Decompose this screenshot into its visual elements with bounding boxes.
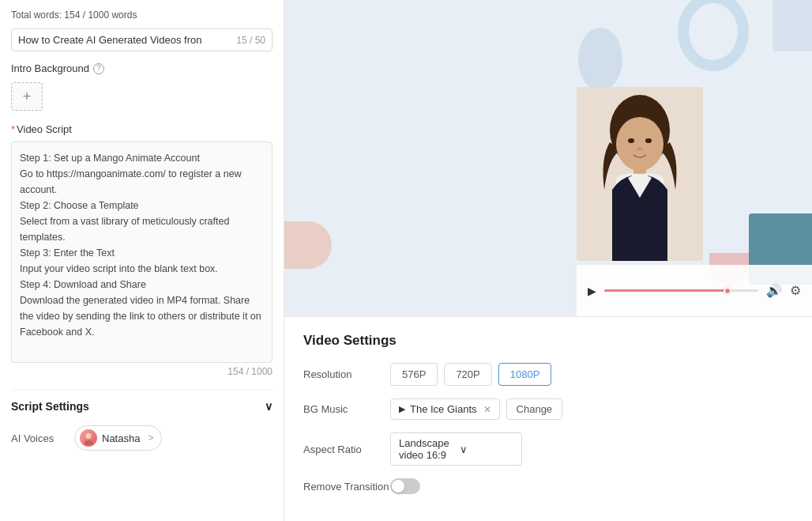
resolution-label: Resolution <box>303 368 390 380</box>
chevron-down-icon: ∨ <box>265 400 273 413</box>
aspect-ratio-label: Aspect Ratio <box>303 444 390 455</box>
video-settings-panel: Video Settings Resolution 576P 720P 1080… <box>284 316 812 521</box>
title-input[interactable] <box>18 34 231 46</box>
add-intro-bg-button[interactable]: + <box>11 82 43 111</box>
script-settings-toggle[interactable]: Script Settings ∨ <box>11 390 273 419</box>
video-settings-title: Video Settings <box>303 333 793 349</box>
voices-select[interactable]: Natasha > <box>74 425 162 451</box>
ai-voices-label: AI Voices <box>11 432 74 444</box>
change-music-button[interactable]: Change <box>506 398 563 420</box>
ai-voices-row: AI Voices Natasha > <box>11 419 273 457</box>
settings-icon[interactable]: ⚙ <box>790 283 801 298</box>
svg-point-5 <box>616 117 664 171</box>
decorative-rect-tr <box>773 0 812 51</box>
video-script-label: *Video Script <box>11 123 273 135</box>
svg-point-1 <box>85 440 93 445</box>
decorative-rect-bl <box>284 221 332 269</box>
resolution-1080p[interactable]: 1080P <box>498 363 552 386</box>
required-star: * <box>11 123 15 135</box>
resolution-576p[interactable]: 576P <box>390 363 438 386</box>
video-preview: ▶ 🔊 ⚙ <box>284 0 812 316</box>
svg-point-8 <box>637 147 642 150</box>
remove-transition-controls <box>390 478 420 494</box>
music-player: ▶ The Ice Giants ✕ <box>390 398 500 420</box>
title-counter: 15 / 50 <box>236 35 265 46</box>
decorative-circle <box>678 0 749 71</box>
progress-track[interactable] <box>604 289 758 292</box>
decorative-blob <box>573 24 628 95</box>
svg-point-7 <box>645 138 652 143</box>
dropdown-arrow-icon: ∨ <box>460 444 514 455</box>
resolution-row: Resolution 576P 720P 1080P <box>303 363 793 386</box>
presenter-image <box>577 87 703 261</box>
avatar <box>80 429 97 447</box>
bg-music-row: BG Music ▶ The Ice Giants ✕ Change <box>303 398 793 420</box>
voice-name: Natasha <box>102 432 140 444</box>
right-panel: ▶ 🔊 ⚙ Video Settings Resolution 576P 720… <box>284 0 812 521</box>
remove-transition-row: Remove Transition <box>303 478 793 494</box>
remove-transition-label: Remove Transition <box>303 481 390 493</box>
intro-background-label: Intro Background ? <box>11 62 273 74</box>
title-input-row: 15 / 50 <box>11 28 273 51</box>
chevron-right-icon: > <box>148 432 153 444</box>
toggle-knob <box>392 480 404 493</box>
music-title: The Ice Giants <box>410 403 477 415</box>
script-settings-label: Script Settings <box>11 400 89 413</box>
script-char-count: 154 / 1000 <box>11 366 273 377</box>
music-play-icon[interactable]: ▶ <box>399 404 405 414</box>
svg-point-0 <box>85 433 91 439</box>
aspect-ratio-row: Aspect Ratio Landscape video 16:9 ∨ <box>303 432 793 466</box>
music-close-icon[interactable]: ✕ <box>483 404 491 415</box>
bg-music-label: BG Music <box>303 403 390 415</box>
video-controls: ▶ 🔊 ⚙ <box>577 265 812 316</box>
info-icon[interactable]: ? <box>93 63 104 74</box>
play-button[interactable]: ▶ <box>588 285 596 297</box>
aspect-ratio-select[interactable]: Landscape video 16:9 ∨ <box>390 432 522 466</box>
volume-icon[interactable]: 🔊 <box>766 283 782 298</box>
resolution-720p[interactable]: 720P <box>444 363 491 386</box>
svg-point-6 <box>628 138 634 143</box>
video-script-textarea[interactable]: Step 1: Set up a Mango Animate Account G… <box>11 142 273 363</box>
word-count-label: Total words: 154 / 1000 words <box>11 9 273 21</box>
left-panel: Total words: 154 / 1000 words 15 / 50 In… <box>0 0 284 521</box>
progress-fill <box>604 289 727 292</box>
progress-dot <box>724 287 731 295</box>
aspect-ratio-value: Landscape video 16:9 <box>399 437 453 461</box>
aspect-ratio-controls: Landscape video 16:9 ∨ <box>390 432 522 466</box>
bg-music-controls: ▶ The Ice Giants ✕ Change <box>390 398 562 420</box>
resolution-options: 576P 720P 1080P <box>390 363 551 386</box>
remove-transition-toggle[interactable] <box>390 478 420 494</box>
svg-point-2 <box>578 28 622 91</box>
